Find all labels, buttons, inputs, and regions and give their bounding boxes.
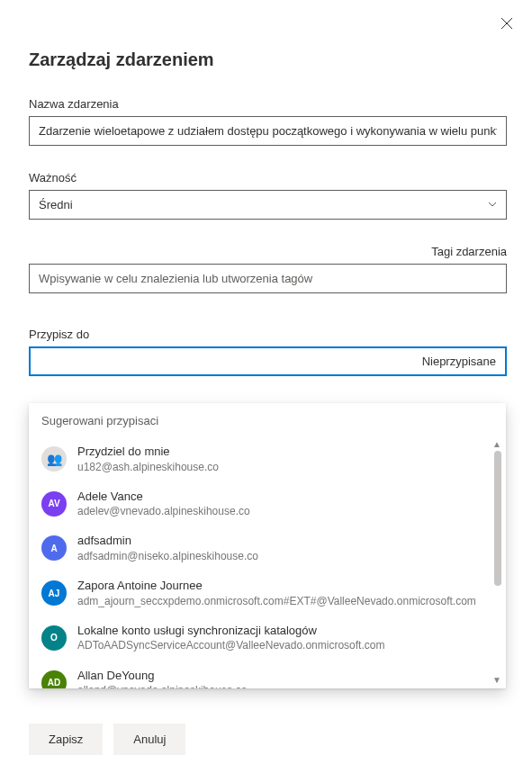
severity-value: Średni [29,190,507,220]
scroll-up-icon: ▲ [492,440,501,449]
suggestion-item[interactable]: AVAdele Vanceadelev@vnevado.alpineskihou… [29,481,490,526]
suggestion-email: adm_ajourn_seccxpdemo.onmicrosoft.com#EX… [77,594,477,608]
tags-label: Tagi zdarzenia [29,245,507,258]
incident-name-input[interactable] [29,116,507,146]
assign-input[interactable] [29,346,507,376]
suggestion-text: adfsadminadfsadmin@niseko.alpineskihouse… [77,533,477,563]
suggestion-email: ADToAADSyncServiceAccount@ValleeNevado.o… [77,638,477,652]
suggestion-item[interactable]: OLokalne konto usługi synchronizacji kat… [29,616,490,661]
manage-incident-panel: Zarządzaj zdarzeniem Nazwa zdarzenia Waż… [0,0,532,419]
suggestion-item[interactable]: 👥Przydziel do mnieu182@ash.alpineskihous… [29,436,490,481]
suggestion-name: Allan DeYoung [77,668,477,684]
suggestion-name: Przydziel do mnie [77,444,477,460]
severity-label: Ważność [29,171,507,184]
panel-title: Zarządzaj zdarzeniem [29,49,507,70]
tags-input[interactable] [29,264,507,293]
assign-to-me-icon: 👥 [41,446,67,472]
suggestion-text: Adele Vanceadelev@vnevado.alpineskihouse… [77,489,477,519]
cancel-button[interactable]: Anuluj [113,724,185,755]
assignee-suggestions-dropdown: Sugerowani przypisaci 👥Przydziel do mnie… [29,403,506,688]
close-button[interactable] [500,16,514,31]
scrollbar[interactable]: ▲ ▼ [493,442,502,683]
suggestion-text: Lokalne konto usługi synchronizacji kata… [77,623,477,653]
assign-label: Przypisz do [29,328,507,341]
suggestion-name: Adele Vance [77,489,477,505]
suggestion-text: Allan DeYoungalland@vnevado.alpineskihou… [77,668,477,688]
avatar: O [41,625,67,651]
footer-actions: Zapisz Anuluj [29,724,185,755]
avatar: AV [41,491,67,517]
incident-name-label: Nazwa zdarzenia [29,97,507,111]
suggestion-name: adfsadmin [77,533,477,549]
save-button[interactable]: Zapisz [29,724,103,755]
close-icon [500,18,514,33]
suggestion-text: Przydziel do mnieu182@ash.alpineskihouse… [77,444,477,474]
incident-name-field: Nazwa zdarzenia [29,97,507,146]
avatar: AD [41,670,67,688]
suggestion-item[interactable]: ADAllan DeYoungalland@vnevado.alpineskih… [29,661,490,688]
suggestion-item[interactable]: AJZapora Antoine Journeeadm_ajourn_seccx… [29,571,490,616]
suggestion-email: adelev@vnevado.alpineskihouse.co [77,504,477,518]
severity-select[interactable]: Średni [29,190,507,220]
suggestion-email: alland@vnevado.alpineskihouse.co [77,683,477,688]
suggestion-name: Lokalne konto usługi synchronizacji kata… [77,623,477,639]
suggestion-email: u182@ash.alpineskihouse.co [77,460,477,474]
suggestions-list: 👥Przydziel do mnieu182@ash.alpineskihous… [29,436,506,688]
avatar: A [41,535,67,561]
suggestion-text: Zapora Antoine Journeeadm_ajourn_seccxpd… [77,578,477,608]
suggestion-item[interactable]: Aadfsadminadfsadmin@niseko.alpineskihous… [29,526,490,571]
assign-field: Przypisz do [29,328,507,376]
tags-field: Tagi zdarzenia [29,245,507,293]
suggestion-email: adfsadmin@niseko.alpineskihouse.co [77,549,477,563]
avatar: AJ [41,580,67,606]
suggestion-name: Zapora Antoine Journee [77,578,477,594]
scrollbar-thumb[interactable] [494,451,501,586]
severity-field: Ważność Średni [29,171,507,220]
suggestions-header: Sugerowani przypisaci [29,403,506,436]
scroll-down-icon: ▼ [492,676,501,685]
